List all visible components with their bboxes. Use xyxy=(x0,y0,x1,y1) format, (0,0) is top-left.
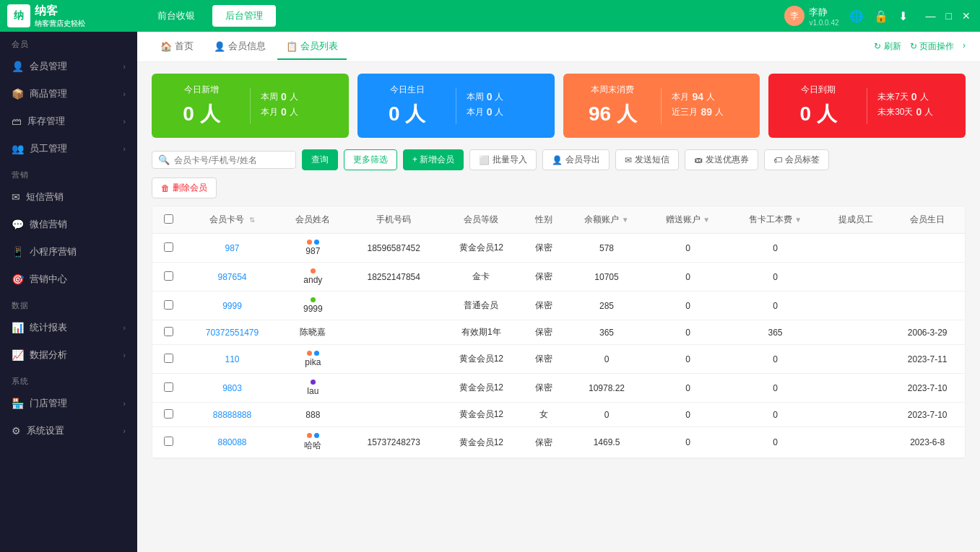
cell-card-no-4[interactable]: 110 xyxy=(186,345,279,374)
expand-icon[interactable]: › xyxy=(963,40,966,53)
cell-card-no-7[interactable]: 880088 xyxy=(186,427,279,458)
row-check[interactable] xyxy=(164,300,173,310)
row-checkbox-7[interactable] xyxy=(152,427,186,458)
card-no-link-5[interactable]: 9803 xyxy=(222,383,242,393)
th-card_no[interactable]: 会员卡号 ⇅ xyxy=(186,206,279,234)
row-checkbox-3[interactable] xyxy=(152,320,186,345)
tab-front[interactable]: 前台收银 xyxy=(144,5,208,27)
cell-referrer-0 xyxy=(822,234,890,263)
sidebar-item-inventory-mgmt[interactable]: 🗃 库存管理 › xyxy=(0,108,137,135)
sidebar-item-mini-marketing[interactable]: 📱 小程序营销 xyxy=(0,238,137,266)
sidebar-label-sms-marketing: 短信营销 xyxy=(26,190,64,203)
nav-label-member-list: 会员列表 xyxy=(300,40,338,53)
row-check[interactable] xyxy=(164,354,173,363)
avatar-dots xyxy=(307,351,319,356)
member-name-0: 987 xyxy=(305,246,320,256)
cell-card-no-6[interactable]: 88888888 xyxy=(186,403,279,427)
row-check[interactable] xyxy=(164,242,173,252)
export-button[interactable]: 👤 会员导出 xyxy=(542,149,610,170)
dot-orange xyxy=(311,268,316,273)
nav-item-home[interactable]: 🏠首页 xyxy=(152,34,202,60)
search-button[interactable]: 查询 xyxy=(302,149,338,170)
row-check[interactable] xyxy=(164,382,173,392)
row-check[interactable] xyxy=(164,271,173,281)
sidebar-item-member-mgmt[interactable]: 👤 会员管理 › xyxy=(0,53,137,80)
row-checkbox-2[interactable] xyxy=(152,292,186,320)
sidebar-item-left: 📊 统计报表 xyxy=(12,321,67,334)
globe-icon[interactable]: 🌐 xyxy=(849,9,864,23)
cell-card-no-0[interactable]: 987 xyxy=(186,234,279,263)
member-name-wrap: 987 xyxy=(286,240,339,256)
sidebar-item-data-analysis[interactable]: 📈 数据分析 › xyxy=(0,341,137,369)
th-gift[interactable]: 赠送账户 ▼ xyxy=(647,206,729,234)
stat-num-expiring: 0 人 xyxy=(780,100,857,128)
sidebar-icon-member-mgmt: 👤 xyxy=(12,61,24,72)
maximize-button[interactable]: □ xyxy=(944,10,954,22)
card-no-link-7[interactable]: 880088 xyxy=(217,437,246,447)
cell-card-no-5[interactable]: 9803 xyxy=(186,374,279,403)
th-checkbox xyxy=(152,206,186,234)
stat-divider-birthday-today xyxy=(456,88,456,124)
cell-card-no-3[interactable]: 70372551479 xyxy=(186,320,279,345)
row-check[interactable] xyxy=(164,437,173,446)
th-card_cost[interactable]: 售卡工本费 ▼ xyxy=(729,206,822,234)
card-no-link-1[interactable]: 987654 xyxy=(217,272,246,282)
row-check[interactable] xyxy=(164,327,173,336)
card-no-link-3[interactable]: 70372551479 xyxy=(206,328,259,338)
coupon-button[interactable]: 🎟 发送优惠券 xyxy=(685,149,758,170)
row-checkbox-1[interactable] xyxy=(152,263,186,292)
nav-item-member-info[interactable]: 👤会员信息 xyxy=(205,34,274,60)
page-ops-button[interactable]: ↻ 页面操作 xyxy=(910,40,954,53)
add-member-button[interactable]: + 新增会员 xyxy=(403,149,464,170)
card-no-link-0[interactable]: 987 xyxy=(225,243,239,253)
tag-button[interactable]: 🏷 会员标签 xyxy=(764,149,829,170)
cell-birthday-0 xyxy=(890,234,965,263)
th-birthday: 会员生日 xyxy=(890,206,965,234)
card-no-link-4[interactable]: 110 xyxy=(225,354,239,364)
sidebar-item-left: 📱 小程序营销 xyxy=(12,245,77,258)
sidebar-label-data-analysis: 数据分析 xyxy=(30,349,67,362)
sidebar-item-staff-mgmt[interactable]: 👥 员工管理 › xyxy=(0,135,137,162)
sidebar: 会员 👤 会员管理 › 📦 商品管理 › 🗃 库存管理 › 👥 员工管理 xyxy=(0,32,137,552)
cell-card-cost-4: 0 xyxy=(729,345,822,374)
member-name-wrap: pika xyxy=(286,351,339,367)
sidebar-item-sms-marketing[interactable]: ✉ 短信营销 xyxy=(0,183,137,211)
select-all-checkbox[interactable] xyxy=(164,214,173,224)
filter-icon-gift[interactable]: ▼ xyxy=(703,216,710,224)
cell-card-no-1[interactable]: 987654 xyxy=(186,263,279,292)
nav-item-member-list[interactable]: 📋会员列表 xyxy=(277,34,347,60)
cell-balance-3: 365 xyxy=(566,320,648,345)
sidebar-item-stats-report[interactable]: 📊 统计报表 › xyxy=(0,314,137,341)
filter-icon-card_cost[interactable]: ▼ xyxy=(794,216,802,224)
lock-icon[interactable]: 🔒 xyxy=(874,9,888,23)
tab-back[interactable]: 后台管理 xyxy=(212,5,276,27)
th-balance[interactable]: 余额账户 ▼ xyxy=(566,206,648,234)
app-name: 纳客 xyxy=(35,4,85,19)
sidebar-icon-data-analysis: 📈 xyxy=(12,349,24,361)
row-check[interactable] xyxy=(164,409,173,419)
row-checkbox-5[interactable] xyxy=(152,374,186,403)
card-no-link-2[interactable]: 9999 xyxy=(222,301,242,311)
sidebar-item-wechat-marketing[interactable]: 💬 微信营销 xyxy=(0,211,137,238)
card-no-link-6[interactable]: 88888888 xyxy=(213,410,251,420)
row-checkbox-6[interactable] xyxy=(152,403,186,427)
search-input[interactable] xyxy=(174,155,290,165)
sms-button[interactable]: ✉ 发送短信 xyxy=(615,149,679,170)
sidebar-item-system-settings[interactable]: ⚙ 系统设置 › xyxy=(0,417,137,444)
refresh-button[interactable]: ↻ 刷新 xyxy=(874,40,901,53)
row-checkbox-0[interactable] xyxy=(152,234,186,263)
minimize-button[interactable]: — xyxy=(924,10,938,22)
sidebar-icon-mini-marketing: 📱 xyxy=(12,246,24,258)
close-button[interactable]: ✕ xyxy=(960,10,973,22)
filter-icon-balance[interactable]: ▼ xyxy=(622,216,629,224)
sidebar-item-product-mgmt[interactable]: 📦 商品管理 › xyxy=(0,80,137,108)
cell-gift-5: 0 xyxy=(647,374,729,403)
download-icon[interactable]: ⬇ xyxy=(898,9,908,23)
batch-import-button[interactable]: ⬜ 批量导入 xyxy=(469,149,537,170)
delete-member-button[interactable]: 🗑 删除会员 xyxy=(152,178,217,198)
filter-button[interactable]: 更多筛选 xyxy=(344,149,397,170)
cell-card-no-2[interactable]: 9999 xyxy=(186,292,279,320)
sidebar-item-marketing-center[interactable]: 🎯 营销中心 xyxy=(0,266,137,293)
sidebar-item-store-mgmt[interactable]: 🏪 门店管理 › xyxy=(0,390,137,417)
row-checkbox-4[interactable] xyxy=(152,345,186,374)
